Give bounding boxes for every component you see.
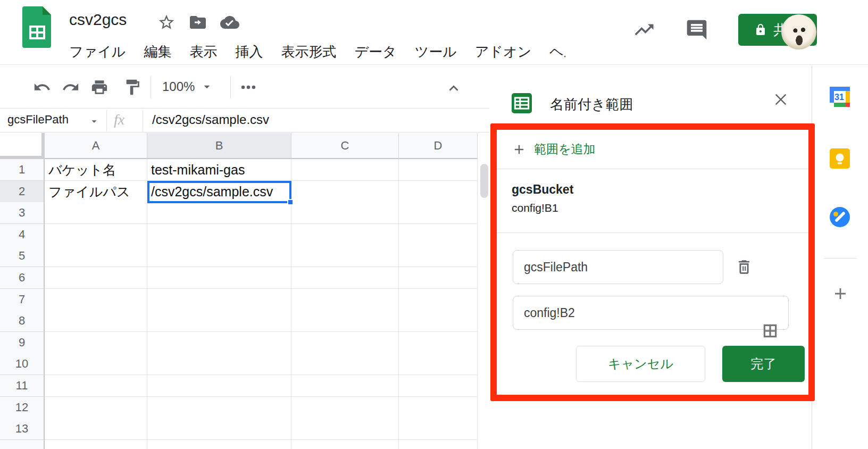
- trash-icon[interactable]: [735, 258, 753, 276]
- row-header-3[interactable]: 3: [0, 202, 45, 224]
- cell-A4[interactable]: [45, 224, 147, 246]
- collapse-icon[interactable]: [445, 79, 463, 97]
- cell-D6[interactable]: [399, 267, 478, 289]
- cell-C7[interactable]: [291, 289, 399, 311]
- cell-C6[interactable]: [291, 267, 399, 289]
- cell-B1[interactable]: test-mikami-gas: [147, 159, 291, 181]
- cell-A9[interactable]: [45, 332, 147, 354]
- add-range-button[interactable]: 範囲を追加: [497, 130, 808, 169]
- cell-C2[interactable]: [291, 181, 399, 203]
- row-header-2[interactable]: 2: [0, 181, 45, 203]
- close-icon[interactable]: [772, 91, 791, 110]
- range-reference-input[interactable]: [513, 296, 789, 330]
- cell-C9[interactable]: [291, 332, 399, 354]
- cell-C13[interactable]: [291, 418, 399, 440]
- star-icon[interactable]: [157, 13, 176, 31]
- cell-D4[interactable]: [399, 224, 478, 246]
- avatar[interactable]: [781, 14, 816, 49]
- undo-icon[interactable]: [33, 78, 51, 96]
- cell-D1[interactable]: [399, 159, 478, 181]
- menu-item-8[interactable]: ヘルプ: [540, 39, 565, 63]
- cell-A13[interactable]: [45, 418, 147, 440]
- redo-icon[interactable]: [62, 78, 80, 96]
- row-header-14[interactable]: [0, 440, 45, 449]
- cell-C12[interactable]: [291, 397, 399, 419]
- menu-item-4[interactable]: 表示形式: [272, 39, 345, 63]
- select-all-corner[interactable]: [0, 133, 45, 159]
- cell-D13[interactable]: [399, 418, 478, 440]
- cell-A3[interactable]: [45, 202, 147, 224]
- cell-A6[interactable]: [45, 267, 147, 289]
- fill-handle[interactable]: [287, 199, 294, 205]
- done-button[interactable]: 完了: [722, 346, 805, 382]
- vertical-scrollbar[interactable]: [480, 164, 488, 198]
- grid-select-icon[interactable]: [762, 322, 779, 339]
- range-name-input[interactable]: [513, 250, 723, 284]
- cell-A1[interactable]: バケット名: [45, 159, 147, 181]
- cell-A10[interactable]: [45, 353, 147, 375]
- cell-C1[interactable]: [291, 159, 399, 181]
- row-header-6[interactable]: 6: [0, 267, 45, 289]
- cell-C3[interactable]: [291, 202, 399, 224]
- cell-C14[interactable]: [291, 440, 399, 449]
- cell-A8[interactable]: [45, 310, 147, 332]
- menu-item-5[interactable]: データ: [345, 39, 405, 63]
- cell-D10[interactable]: [399, 353, 478, 375]
- dropdown-arrow-icon[interactable]: [88, 115, 100, 127]
- cell-A5[interactable]: [45, 245, 147, 267]
- cell-C8[interactable]: [291, 310, 399, 332]
- cell-B7[interactable]: [147, 289, 291, 311]
- zoom-control[interactable]: 100%: [162, 79, 214, 94]
- cell-D3[interactable]: [399, 202, 478, 224]
- cell-D5[interactable]: [399, 245, 478, 267]
- cell-D14[interactable]: [399, 440, 478, 449]
- column-header-D[interactable]: D: [399, 133, 478, 159]
- cell-B6[interactable]: [147, 267, 291, 289]
- move-folder-icon[interactable]: [188, 13, 207, 32]
- cell-A12[interactable]: [45, 397, 147, 419]
- cell-B10[interactable]: [147, 353, 291, 375]
- cell-C11[interactable]: [291, 375, 399, 397]
- menu-item-6[interactable]: ツール: [406, 39, 466, 63]
- print-icon[interactable]: [90, 78, 108, 96]
- cell-B2[interactable]: /csv2gcs/sample.csv: [147, 181, 291, 203]
- menu-item-2[interactable]: 表示: [180, 39, 226, 63]
- column-header-B[interactable]: B: [147, 133, 291, 159]
- cell-A2[interactable]: ファイルパス: [45, 181, 147, 203]
- keep-icon[interactable]: [830, 148, 850, 169]
- cell-D11[interactable]: [399, 375, 478, 397]
- cell-B5[interactable]: [147, 245, 291, 267]
- cancel-button[interactable]: キャンセル: [576, 346, 705, 382]
- column-header-C[interactable]: C: [291, 133, 399, 159]
- column-header-A[interactable]: A: [45, 133, 147, 159]
- cell-B3[interactable]: [147, 202, 291, 224]
- cell-B9[interactable]: [147, 332, 291, 354]
- document-title[interactable]: csv2gcs: [69, 11, 127, 29]
- cell-D9[interactable]: [399, 332, 478, 354]
- row-header-9[interactable]: 9: [0, 332, 45, 354]
- row-header-12[interactable]: 12: [0, 397, 45, 419]
- cell-B13[interactable]: [147, 418, 291, 440]
- cell-D2[interactable]: [399, 181, 478, 203]
- row-header-10[interactable]: 10: [0, 353, 45, 375]
- calendar-icon[interactable]: 31: [830, 87, 850, 107]
- paint-format-icon[interactable]: [123, 78, 141, 96]
- menu-item-7[interactable]: アドオン: [466, 39, 540, 63]
- cell-B4[interactable]: [147, 224, 291, 246]
- name-box[interactable]: gcsFilePath: [7, 113, 82, 127]
- cell-C10[interactable]: [291, 353, 399, 375]
- menu-item-3[interactable]: 挿入: [226, 39, 272, 63]
- comment-icon[interactable]: [685, 18, 708, 41]
- cell-D12[interactable]: [399, 397, 478, 419]
- named-range-list-item[interactable]: gcsBucket config!B1: [497, 169, 808, 233]
- cell-C4[interactable]: [291, 224, 399, 246]
- cell-B11[interactable]: [147, 375, 291, 397]
- cell-B12[interactable]: [147, 397, 291, 419]
- menu-item-0[interactable]: ファイル: [60, 39, 135, 63]
- more-icon[interactable]: [239, 78, 257, 96]
- cell-D8[interactable]: [399, 310, 478, 332]
- sheets-logo[interactable]: [22, 6, 51, 48]
- row-header-7[interactable]: 7: [0, 289, 45, 311]
- row-header-4[interactable]: 4: [0, 224, 45, 246]
- row-header-1[interactable]: 1: [0, 159, 45, 181]
